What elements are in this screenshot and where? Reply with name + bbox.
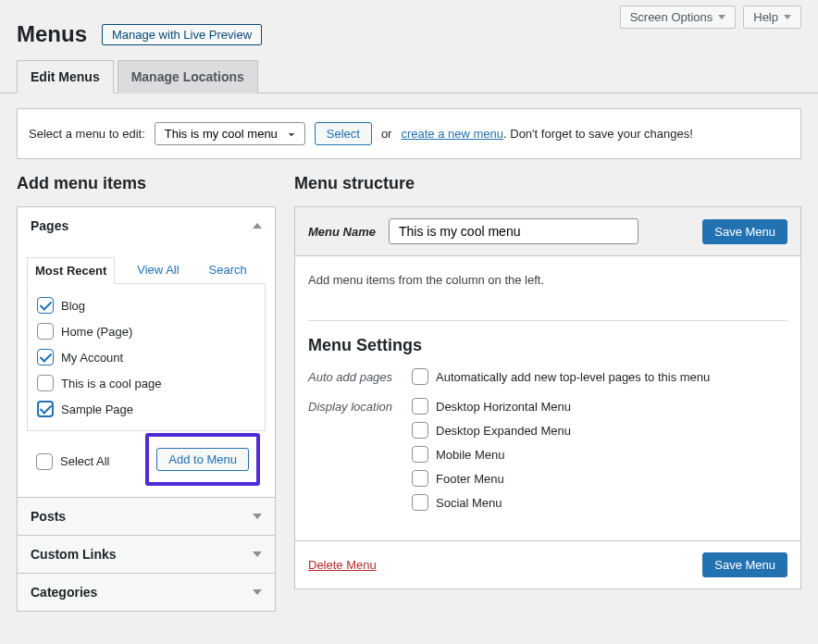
custom-links-panel-toggle[interactable]: Custom Links: [18, 536, 275, 573]
select-all-checkbox[interactable]: [36, 453, 53, 470]
location-checkbox[interactable]: [412, 398, 428, 415]
page-checkbox[interactable]: [37, 297, 54, 314]
posts-panel: Posts: [17, 497, 276, 536]
select-menu-row: Select a menu to edit: This is my cool m…: [17, 108, 801, 159]
screen-options-label: Screen Options: [630, 10, 713, 24]
page-item[interactable]: Sample Page: [37, 401, 255, 417]
location-checkbox[interactable]: [412, 494, 428, 511]
pages-tab-search[interactable]: Search: [202, 257, 254, 284]
location-option[interactable]: Desktop Horizontal Menu: [412, 398, 571, 415]
posts-panel-toggle[interactable]: Posts: [18, 498, 275, 535]
location-option[interactable]: Mobile Menu: [412, 446, 571, 463]
page-item[interactable]: Home (Page): [37, 323, 255, 340]
pages-tab-viewall[interactable]: View All: [130, 257, 186, 284]
create-menu-link[interactable]: create a new menu: [401, 127, 503, 141]
auto-add-label: Auto add pages: [308, 368, 399, 384]
categories-panel-toggle[interactable]: Categories: [18, 574, 275, 611]
help-label: Help: [753, 10, 778, 24]
tab-manage-locations[interactable]: Manage Locations: [118, 60, 258, 93]
expand-icon: [253, 589, 262, 595]
custom-links-panel: Custom Links: [17, 535, 276, 574]
caret-down-icon: [784, 15, 791, 19]
page-title: Menus: [17, 21, 87, 47]
add-to-menu-highlight: Add to Menu: [145, 433, 260, 486]
pages-panel-toggle[interactable]: Pages: [18, 207, 275, 244]
save-menu-button-bottom[interactable]: Save Menu: [702, 552, 787, 577]
expand-icon: [253, 514, 262, 519]
pages-tab-recent[interactable]: Most Recent: [27, 257, 115, 284]
display-location-label: Display location: [308, 398, 399, 414]
auto-add-option[interactable]: Automatically add new top-level pages to…: [412, 368, 710, 385]
select-all-label[interactable]: Select All: [36, 453, 109, 470]
location-option[interactable]: Desktop Expanded Menu: [412, 422, 571, 439]
location-option[interactable]: Social Menu: [412, 494, 571, 511]
screen-options-button[interactable]: Screen Options: [620, 6, 737, 29]
location-checkbox[interactable]: [412, 446, 428, 463]
select-tail-text: . Don't forget to save your changes!: [503, 127, 693, 141]
pages-panel: Pages Most Recent View All Search Blog H…: [17, 206, 276, 498]
location-checkbox[interactable]: [412, 422, 428, 439]
page-checkbox[interactable]: [37, 323, 54, 340]
page-item[interactable]: Blog: [37, 297, 255, 314]
pages-panel-title: Pages: [31, 218, 68, 233]
page-checkbox[interactable]: [37, 401, 54, 417]
caret-down-icon: [718, 15, 725, 19]
page-item[interactable]: My Account: [37, 349, 255, 365]
categories-panel: Categories: [17, 573, 276, 612]
pages-checklist: Blog Home (Page) My Account This is a co…: [27, 284, 266, 431]
menu-settings-heading: Menu Settings: [308, 336, 787, 355]
add-items-heading: Add menu items: [17, 174, 276, 193]
save-menu-button-top[interactable]: Save Menu: [702, 219, 787, 244]
help-button[interactable]: Help: [743, 6, 801, 29]
page-checkbox[interactable]: [37, 375, 54, 391]
menu-name-input[interactable]: [389, 218, 638, 244]
delete-menu-link[interactable]: Delete Menu: [308, 558, 377, 572]
menu-name-label: Menu Name: [308, 225, 376, 239]
add-to-menu-button[interactable]: Add to Menu: [156, 448, 249, 471]
location-option[interactable]: Footer Menu: [412, 470, 571, 487]
select-button[interactable]: Select: [315, 122, 372, 145]
divider: [308, 320, 787, 321]
expand-icon: [253, 551, 262, 557]
location-checkbox[interactable]: [412, 470, 428, 487]
menu-body-text: Add menu items from the column on the le…: [308, 273, 787, 287]
menu-select[interactable]: This is my cool menu: [155, 122, 305, 145]
live-preview-button[interactable]: Manage with Live Preview: [102, 24, 262, 45]
menu-structure-heading: Menu structure: [294, 174, 801, 193]
menu-structure-box: Menu Name Save Menu Add menu items from …: [294, 206, 801, 589]
page-checkbox[interactable]: [37, 349, 54, 365]
select-menu-label: Select a menu to edit:: [29, 127, 145, 141]
collapse-icon: [253, 223, 262, 229]
or-text: or: [381, 127, 392, 141]
auto-add-checkbox[interactable]: [412, 368, 428, 385]
page-item[interactable]: This is a cool page: [37, 375, 255, 391]
tab-edit-menus[interactable]: Edit Menus: [17, 60, 114, 93]
